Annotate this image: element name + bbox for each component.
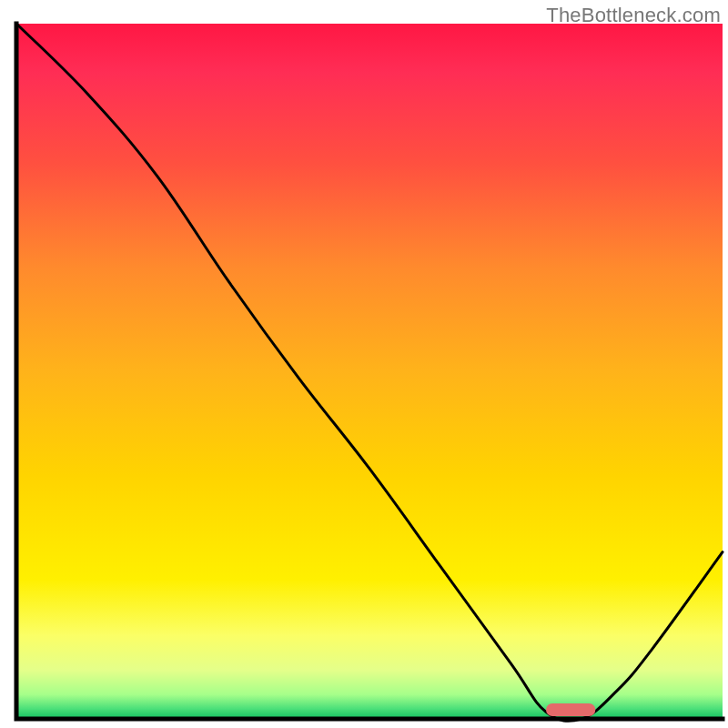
plot-area <box>16 24 723 721</box>
optimal-range-marker <box>546 703 595 716</box>
watermark-text: TheBottleneck.com <box>546 4 721 27</box>
gradient-background <box>16 24 723 719</box>
chart-container: TheBottleneck.com <box>0 0 728 728</box>
bottleneck-chart <box>0 0 728 728</box>
